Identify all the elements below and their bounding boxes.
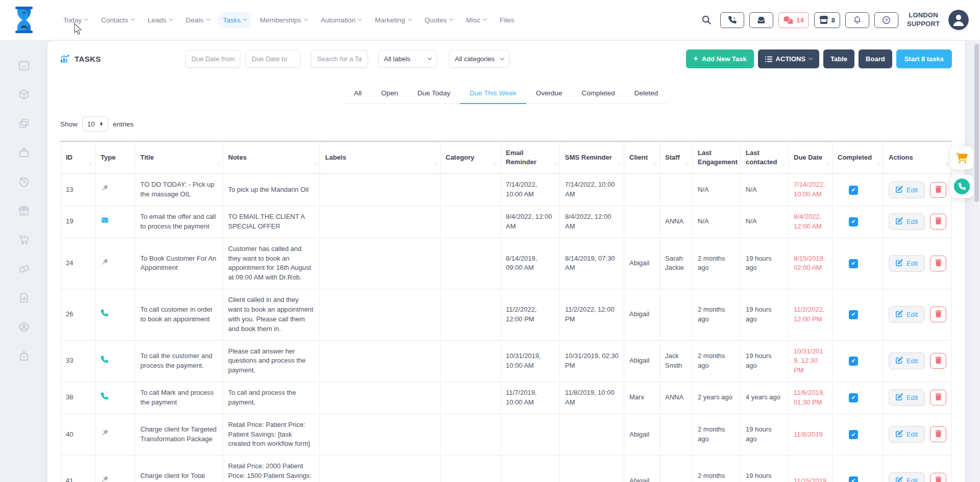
tab-completed[interactable]: Completed: [572, 84, 625, 104]
nav-item-quotes[interactable]: Quotes: [420, 12, 458, 29]
page-scrollbar[interactable]: [973, 40, 980, 482]
cart-widget[interactable]: [950, 146, 973, 169]
delete-button[interactable]: [930, 182, 946, 198]
completed-checkbox[interactable]: ✔: [849, 186, 858, 195]
add-new-task-button[interactable]: + Add New Task: [686, 49, 753, 68]
completed-checkbox[interactable]: ✔: [849, 217, 858, 226]
app-logo[interactable]: [11, 5, 37, 35]
delete-button[interactable]: [930, 214, 946, 230]
edit-button[interactable]: Edit: [889, 213, 925, 230]
nav-item-files[interactable]: Files: [495, 12, 520, 29]
scrollbar-thumb[interactable]: [974, 44, 979, 202]
tab-open[interactable]: Open: [372, 84, 408, 104]
tab-all[interactable]: All: [345, 84, 372, 104]
nav-item-tasks[interactable]: Tasks: [218, 12, 252, 29]
column-header-sms-reminder[interactable]: SMS Reminder↑↓: [560, 141, 624, 174]
table-view-button[interactable]: Table: [823, 49, 854, 68]
column-header-notes[interactable]: Notes↑↓: [223, 141, 320, 174]
nav-item-misc[interactable]: Misc: [461, 12, 492, 29]
delete-button[interactable]: [930, 307, 946, 322]
gift-icon[interactable]: [18, 205, 30, 217]
help-button[interactable]: ?: [874, 12, 898, 28]
start-tasks-button[interactable]: Start 8 tasks: [896, 49, 952, 68]
board-view-button[interactable]: Board: [859, 49, 892, 68]
column-header-due-date[interactable]: Due Date↑↓: [789, 141, 832, 174]
cube-icon[interactable]: [18, 88, 30, 100]
edit-button[interactable]: Edit: [889, 472, 925, 482]
column-header-email-reminder[interactable]: Email Reminder↑↓: [501, 141, 560, 174]
notifications-button[interactable]: [845, 12, 869, 28]
column-header-category[interactable]: Category↑↓: [440, 141, 501, 174]
nav-item-contacts[interactable]: Contacts: [96, 12, 139, 29]
store-button[interactable]: 8: [814, 12, 840, 28]
column-header-id[interactable]: ID↑↓: [61, 141, 95, 174]
labels-filter-select[interactable]: All labels: [378, 50, 437, 68]
edit-pencil-icon: [896, 476, 903, 482]
nav-item-marketing[interactable]: Marketing: [370, 12, 416, 29]
edit-pencil-icon: [896, 357, 903, 365]
edit-button[interactable]: Edit: [889, 426, 925, 443]
last-contacted: N/A: [741, 174, 789, 206]
contact-icon[interactable]: [18, 321, 30, 333]
task-title: To call Mark and process the payment: [135, 382, 223, 414]
completed-checkbox[interactable]: ✔: [849, 393, 858, 402]
tab-overdue[interactable]: Overdue: [526, 84, 572, 104]
top-navigation-bar: TodayContactsLeadsDealsTasksMembershipsA…: [0, 0, 980, 40]
nav-item-leads[interactable]: Leads: [142, 12, 178, 29]
basket-icon[interactable]: [18, 146, 30, 159]
delete-button[interactable]: [930, 256, 946, 271]
inbox-button[interactable]: [749, 12, 773, 28]
column-header-staff[interactable]: Staff↑↓: [660, 141, 693, 174]
completed-checkbox[interactable]: ✔: [849, 259, 858, 268]
case-icon[interactable]: [18, 350, 30, 362]
task-id: 33: [61, 340, 95, 382]
nav-item-today[interactable]: Today: [58, 12, 93, 29]
completed-checkbox[interactable]: ✔: [849, 310, 858, 319]
completed-checkbox[interactable]: ✔: [849, 430, 858, 439]
phone-button[interactable]: [720, 12, 744, 28]
report-icon[interactable]: [18, 292, 30, 304]
due-date-to-input[interactable]: [246, 50, 301, 68]
column-header-client[interactable]: Client↑↓: [624, 141, 660, 174]
chat-button[interactable]: 14: [778, 12, 808, 28]
completed-checkbox[interactable]: ✔: [849, 357, 858, 366]
edit-button[interactable]: Edit: [889, 352, 925, 369]
nav-item-deals[interactable]: Deals: [181, 12, 215, 29]
completed-checkbox[interactable]: ✔: [849, 476, 858, 482]
actions-button[interactable]: ACTIONS: [758, 49, 820, 68]
column-header-type[interactable]: Type: [95, 141, 135, 174]
coupon-icon[interactable]: $: [18, 263, 30, 275]
avatar[interactable]: [948, 10, 969, 30]
search-icon[interactable]: [701, 14, 712, 26]
history-icon[interactable]: [18, 175, 30, 188]
last-engagement: N/A: [693, 206, 741, 238]
column-header-last-contacted[interactable]: Last contacted↑↓: [741, 141, 789, 174]
edit-button[interactable]: Edit: [889, 182, 925, 198]
tab-due-this-week[interactable]: Due This Week: [460, 84, 526, 104]
column-header-actions[interactable]: Actions↑↓: [884, 141, 952, 174]
tab-due-today[interactable]: Due Today: [408, 84, 460, 104]
column-header-last-engagement[interactable]: Last Engagement: [693, 141, 741, 174]
categories-filter-select[interactable]: All categories: [449, 50, 509, 68]
delete-button[interactable]: [930, 390, 946, 405]
edit-button[interactable]: Edit: [889, 306, 925, 323]
whatsapp-widget[interactable]: [950, 175, 973, 198]
task-search-input[interactable]: [311, 50, 368, 68]
column-header-labels[interactable]: Labels↑↓: [320, 141, 440, 174]
due-date-from-input[interactable]: [185, 50, 240, 68]
tab-deleted[interactable]: Deleted: [625, 84, 668, 104]
delete-button[interactable]: [930, 426, 946, 442]
nav-item-automation[interactable]: Automation: [315, 12, 366, 29]
calendar-icon[interactable]: 12: [18, 59, 30, 71]
cart-icon[interactable]: [18, 234, 30, 246]
delete-button[interactable]: [930, 473, 946, 482]
task-id: 13: [61, 174, 95, 206]
column-header-title[interactable]: Title↑↓: [135, 141, 223, 174]
column-header-completed[interactable]: Completed↑↓: [832, 141, 884, 174]
page-size-select[interactable]: 10 ▲▼: [82, 116, 108, 132]
edit-button[interactable]: Edit: [889, 255, 925, 272]
delete-button[interactable]: [930, 353, 946, 369]
copy-icon[interactable]: [18, 117, 30, 130]
edit-button[interactable]: Edit: [889, 389, 925, 406]
nav-item-memberships[interactable]: Memberships: [255, 12, 312, 29]
